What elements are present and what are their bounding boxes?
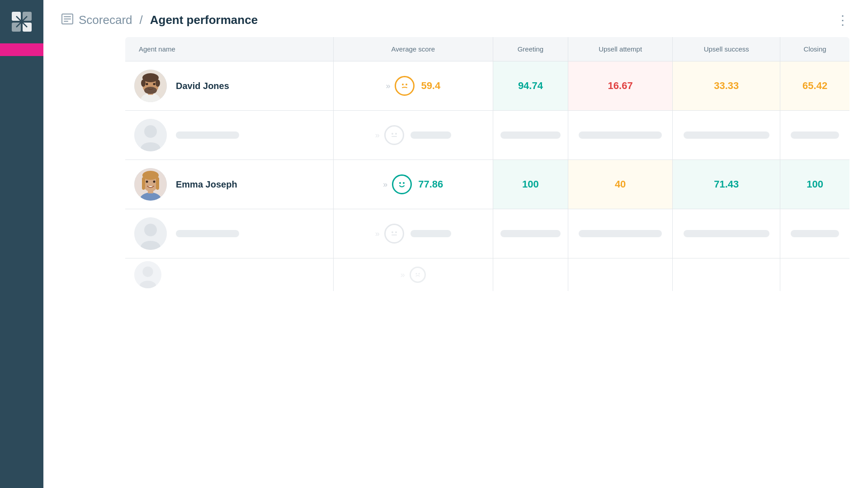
svg-point-15 xyxy=(146,83,148,85)
smiley-partial xyxy=(410,267,426,283)
svg-point-24 xyxy=(395,133,397,135)
svg-point-44 xyxy=(415,273,417,274)
header-breadcrumb-area: Scorecard / Agent performance xyxy=(61,13,258,27)
breadcrumb-scorecard: Scorecard xyxy=(79,13,132,27)
agent-name-cell-blurred-2 xyxy=(125,209,334,258)
placeholder-score-1 xyxy=(410,131,451,139)
smiley-david xyxy=(395,76,415,96)
score-value-emma: 77.86 xyxy=(418,178,443,190)
score-cell-blurred-1: » xyxy=(333,111,493,160)
arrow-icon-david: » xyxy=(386,81,388,91)
metric-blurred-2-3 xyxy=(673,209,780,258)
table-header-row: Agent name Average score Greeting Upsell… xyxy=(125,37,850,61)
table-row-blurred-1: » xyxy=(125,111,850,160)
svg-point-21 xyxy=(144,125,157,138)
svg-point-39 xyxy=(392,231,393,233)
scorecard-table: Agent name Average score Greeting Upsell… xyxy=(125,37,850,291)
table-row-partial: » xyxy=(125,258,850,291)
placeholder-name-1 xyxy=(176,131,239,139)
scorecard-icon xyxy=(61,14,73,27)
sidebar-accent-bar xyxy=(0,43,43,56)
agent-name-david: David Jones xyxy=(176,81,229,91)
svg-point-42 xyxy=(142,267,153,277)
agent-name-cell-blurred-1 xyxy=(125,111,334,160)
breadcrumb-separator: / xyxy=(140,13,143,27)
placeholder-score-2 xyxy=(410,230,451,237)
placeholder-name-2 xyxy=(176,230,239,237)
smiley-emma xyxy=(392,174,412,194)
metric-partial-4 xyxy=(780,258,850,291)
metric-blurred-1-4 xyxy=(780,111,850,160)
col-header-greeting: Greeting xyxy=(493,37,568,61)
metric-blurred-1-2 xyxy=(568,111,673,160)
metric-blurred-1-1 xyxy=(493,111,568,160)
avatar-blurred-1 xyxy=(134,119,167,151)
closing-cell-emma: 100 xyxy=(780,160,850,209)
metric-partial-1 xyxy=(493,258,568,291)
score-cell-david: » 59.4 xyxy=(333,61,493,111)
svg-point-17 xyxy=(144,87,157,94)
sidebar xyxy=(0,0,43,488)
brand-logo-icon xyxy=(10,10,33,33)
metric-partial-2 xyxy=(568,258,673,291)
avatar-emma xyxy=(134,168,167,201)
score-value-david: 59.4 xyxy=(421,80,440,92)
sidebar-logo[interactable] xyxy=(0,0,43,43)
main-content: Scorecard / Agent performance ⋮ Agent na… xyxy=(43,0,868,488)
svg-point-45 xyxy=(418,273,420,274)
col-header-upsell-success: Upsell success xyxy=(673,37,780,61)
upsell-success-cell-emma: 71.43 xyxy=(673,160,780,209)
col-header-closing: Closing xyxy=(780,37,850,61)
score-cell-emma: » 77.86 xyxy=(333,160,493,209)
arrow-icon-partial: » xyxy=(401,270,403,280)
svg-point-14 xyxy=(156,80,160,87)
greeting-cell-david: 94.74 xyxy=(493,61,568,111)
svg-point-23 xyxy=(392,133,393,135)
more-options-button[interactable]: ⋮ xyxy=(836,13,850,28)
agent-name-cell-emma: Emma Joseph xyxy=(125,160,334,209)
svg-point-40 xyxy=(395,231,397,233)
metric-blurred-2-1 xyxy=(493,209,568,258)
avatar-blurred-2 xyxy=(134,217,167,250)
col-header-average-score: Average score xyxy=(333,37,493,61)
svg-point-33 xyxy=(153,181,156,183)
svg-point-19 xyxy=(406,84,407,85)
arrow-icon-blurred-2: » xyxy=(375,229,378,239)
agent-name-cell-partial xyxy=(125,258,334,291)
upsell-attempt-cell-emma: 40 xyxy=(568,160,673,209)
table-row-blurred-2: » xyxy=(125,209,850,258)
metric-blurred-2-4 xyxy=(780,209,850,258)
svg-point-16 xyxy=(153,83,156,85)
svg-point-13 xyxy=(141,80,146,87)
avatar-david xyxy=(134,70,167,102)
smiley-blurred-1 xyxy=(384,125,404,145)
greeting-cell-emma: 100 xyxy=(493,160,568,209)
score-cell-blurred-2: » xyxy=(333,209,493,258)
arrow-icon-blurred-1: » xyxy=(375,131,378,140)
svg-point-37 xyxy=(144,224,157,236)
smiley-blurred-2 xyxy=(384,224,404,244)
table-row-emma[interactable]: Emma Joseph » xyxy=(125,160,850,209)
svg-point-35 xyxy=(403,182,405,184)
upsell-attempt-cell-david: 16.67 xyxy=(568,61,673,111)
svg-point-18 xyxy=(402,84,404,85)
breadcrumb-current-page: Agent performance xyxy=(150,13,258,27)
svg-rect-31 xyxy=(156,177,159,190)
col-header-agent-name: Agent name xyxy=(125,37,334,61)
col-header-upsell-attempt: Upsell attempt xyxy=(568,37,673,61)
svg-rect-30 xyxy=(142,177,145,190)
scorecard-table-container: Agent name Average score Greeting Upsell… xyxy=(125,37,850,479)
metric-partial-3 xyxy=(673,258,780,291)
upsell-success-cell-david: 33.33 xyxy=(673,61,780,111)
score-cell-partial: » xyxy=(333,258,493,291)
arrow-icon-emma: » xyxy=(383,180,386,189)
agent-name-cell-david: David Jones xyxy=(125,61,334,111)
page-header: Scorecard / Agent performance ⋮ xyxy=(43,0,868,37)
closing-cell-david: 65.42 xyxy=(780,61,850,111)
table-row[interactable]: David Jones » xyxy=(125,61,850,111)
metric-blurred-2-2 xyxy=(568,209,673,258)
metric-blurred-1-3 xyxy=(673,111,780,160)
svg-point-32 xyxy=(146,181,148,183)
avatar-partial xyxy=(134,261,161,288)
svg-point-34 xyxy=(399,182,401,184)
